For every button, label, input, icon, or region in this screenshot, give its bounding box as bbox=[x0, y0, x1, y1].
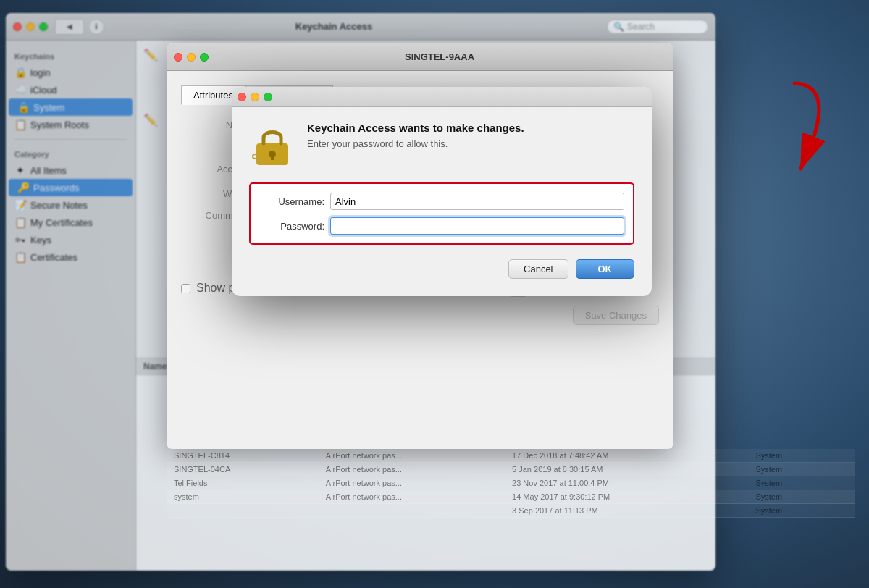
sidebar-keychains-label: Keychains bbox=[6, 48, 135, 64]
sidebar-divider bbox=[14, 139, 127, 140]
dialog-header: Keychain Access wants to make changes. E… bbox=[249, 122, 634, 168]
minimize-button[interactable] bbox=[26, 22, 35, 31]
sidebar-label-certificates: Certificates bbox=[30, 252, 77, 263]
list-item: SINGTEL-04CA AirPort network pas... 5 Ja… bbox=[167, 463, 855, 476]
dialog-text-area: Keychain Access wants to make changes. E… bbox=[307, 122, 524, 149]
sidebar: Keychains 🔒 login ☁️ iCloud 🔒 System 📋 S… bbox=[6, 41, 136, 571]
secure-notes-icon: 📝 bbox=[14, 199, 26, 211]
list-item: SINGTEL-C814 AirPort network pas... 17 D… bbox=[167, 449, 855, 463]
system-lock-icon: 🔒 bbox=[17, 101, 29, 113]
sidebar-label-keys: Keys bbox=[30, 235, 51, 245]
dialog-form: Username: Password: bbox=[249, 182, 634, 245]
certificates-icon: 📋 bbox=[14, 217, 26, 228]
sidebar-category-label: Category bbox=[6, 146, 135, 161]
keychain-window-title: Keychain Access bbox=[65, 21, 603, 32]
username-row: Username: bbox=[259, 193, 624, 210]
dialog-titlebar bbox=[232, 87, 652, 107]
save-changes-button[interactable]: Save Changes bbox=[573, 306, 659, 325]
list-item: 3 Sep 2017 at 11:13 PM System bbox=[167, 504, 855, 518]
sidebar-item-system[interactable]: 🔒 System bbox=[9, 98, 133, 116]
show-password-checkbox[interactable] bbox=[181, 284, 190, 293]
sidebar-item-all-items[interactable]: ✦ All Items bbox=[6, 161, 135, 179]
detail-maximize-button[interactable] bbox=[200, 53, 209, 62]
dialog-subtitle: Enter your password to allow this. bbox=[307, 138, 524, 149]
cancel-button[interactable]: Cancel bbox=[508, 259, 568, 279]
sidebar-label-login: login bbox=[30, 67, 50, 78]
keychain-access-dialog: Keychain Access wants to make changes. E… bbox=[232, 87, 652, 296]
cert-icon: 📋 bbox=[14, 251, 26, 263]
detail-minimize-button[interactable] bbox=[187, 53, 196, 62]
search-placeholder: Search bbox=[627, 22, 655, 32]
detail-window-titlebar: SINGTEL-9AAA bbox=[167, 43, 673, 71]
sidebar-label-system: System bbox=[33, 102, 64, 113]
dialog-body: Keychain Access wants to make changes. E… bbox=[232, 107, 652, 296]
all-items-icon: ✦ bbox=[14, 164, 26, 176]
password-label: Password: bbox=[259, 221, 324, 232]
dialog-title: Keychain Access wants to make changes. bbox=[307, 122, 524, 134]
pencil-icon-2: ✏️ bbox=[143, 113, 158, 127]
system-roots-icon: 📋 bbox=[14, 119, 26, 130]
keys-icon: 🗝 bbox=[14, 234, 26, 245]
sidebar-item-login[interactable]: 🔒 login bbox=[6, 64, 135, 81]
sidebar-item-certificates[interactable]: 📋 Certificates bbox=[6, 248, 135, 266]
sidebar-label-system-roots: System Roots bbox=[30, 119, 89, 130]
ok-button[interactable]: OK bbox=[576, 259, 635, 279]
detail-window-title: SINGTEL-9AAA bbox=[213, 51, 666, 62]
lock-icon: 🔒 bbox=[14, 67, 26, 78]
sidebar-label-all-items: All Items bbox=[30, 165, 67, 176]
list-item: system AirPort network pas... 14 May 201… bbox=[167, 490, 855, 504]
username-label: Username: bbox=[259, 196, 324, 207]
dialog-buttons: Cancel OK bbox=[249, 259, 634, 279]
sidebar-item-system-roots[interactable]: 📋 System Roots bbox=[6, 116, 135, 133]
sidebar-item-passwords[interactable]: 🔑 Passwords bbox=[9, 179, 133, 196]
password-input[interactable] bbox=[330, 217, 624, 235]
sidebar-label-secure-notes: Secure Notes bbox=[30, 200, 88, 211]
password-row: Password: bbox=[259, 217, 624, 235]
lock-svg bbox=[249, 122, 295, 168]
dialog-minimize-button[interactable] bbox=[251, 93, 259, 101]
detail-close-button[interactable] bbox=[174, 53, 182, 62]
sidebar-label-icloud: iCloud bbox=[30, 85, 57, 96]
pencil-icon: ✏️ bbox=[143, 48, 158, 62]
sidebar-item-keys[interactable]: 🗝 Keys bbox=[6, 231, 135, 248]
sidebar-label-my-certificates: My Certificates bbox=[30, 217, 93, 228]
background-list: SINGTEL-C814 AirPort network pas... 17 D… bbox=[167, 449, 855, 518]
passwords-icon: 🔑 bbox=[17, 182, 29, 193]
sidebar-label-passwords: Passwords bbox=[33, 182, 80, 193]
search-icon: 🔍 bbox=[613, 22, 624, 32]
dialog-maximize-button[interactable] bbox=[264, 93, 272, 101]
cloud-icon: ☁️ bbox=[14, 84, 26, 96]
svg-point-5 bbox=[253, 154, 257, 159]
keychain-titlebar: ◀ ℹ Keychain Access 🔍 Search bbox=[6, 13, 715, 41]
search-bar[interactable]: 🔍 Search bbox=[607, 20, 708, 34]
sidebar-item-my-certificates[interactable]: 📋 My Certificates bbox=[6, 214, 135, 231]
list-item: Tel Fields AirPort network pas... 23 Nov… bbox=[167, 476, 855, 490]
sidebar-item-secure-notes[interactable]: 📝 Secure Notes bbox=[6, 196, 135, 214]
svg-rect-2 bbox=[271, 154, 274, 160]
maximize-button[interactable] bbox=[39, 22, 48, 31]
close-button[interactable] bbox=[13, 22, 22, 31]
dialog-close-button[interactable] bbox=[238, 93, 246, 101]
lock-icon-wrap bbox=[249, 122, 295, 168]
sidebar-item-icloud[interactable]: ☁️ iCloud bbox=[6, 81, 135, 98]
username-input[interactable] bbox=[330, 193, 624, 210]
